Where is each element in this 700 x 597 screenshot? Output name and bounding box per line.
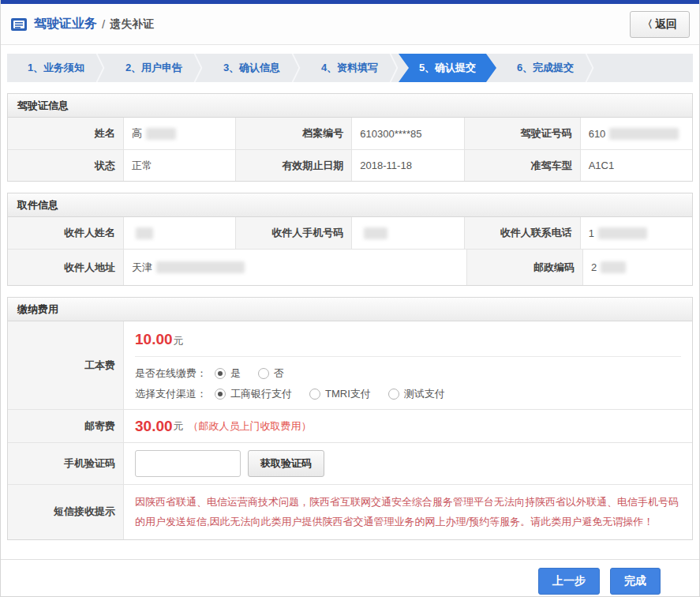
radio-icon[interactable] [258, 368, 269, 379]
table-row: 收件人地址 天津 邮政编码 2 [8, 249, 692, 285]
production-fee-amount-line: 10.00元 [135, 331, 681, 348]
file-number-label: 档案编号 [236, 118, 352, 149]
radio-channel-test-label: 测试支付 [404, 387, 445, 401]
production-fee-amount: 10.00 [135, 331, 173, 347]
payment-channel-question: 选择支付渠道： [135, 387, 207, 401]
recipient-name-value [124, 217, 236, 249]
radio-online-yes[interactable]: 是 [215, 366, 241, 381]
radio-icon[interactable] [215, 389, 226, 400]
step-separator-chevron [95, 54, 106, 82]
step-label: 2、用户申告 [125, 62, 182, 73]
sms-code-cell: 获取验证码 [124, 443, 692, 484]
sms-notice-label: 短信接收提示 [8, 485, 124, 539]
radio-channel-icbc[interactable]: 工商银行支付 [215, 387, 292, 401]
postcode-label: 邮政编码 [467, 250, 583, 285]
vehicle-class-value: A1C1 [581, 150, 692, 181]
expiry-value: 2018-11-18 [352, 150, 464, 181]
postage-fee-label: 邮寄费 [8, 410, 124, 442]
radio-online-yes-label: 是 [230, 366, 241, 381]
name-label: 姓名 [8, 118, 124, 149]
previous-step-button[interactable]: 上一步 [538, 568, 600, 595]
finish-button[interactable]: 完成 [610, 568, 661, 595]
license-number-value: 610 [581, 118, 692, 149]
pickup-info-panel: 取件信息 收件人姓名 收件人手机号码 收件人联系电话 1 收件人地址 天津 邮政… [7, 193, 693, 286]
step-label: 3、确认信息 [223, 62, 280, 73]
step-2-user-declaration[interactable]: 2、用户申告 [105, 54, 203, 82]
pickup-info-title: 取件信息 [8, 193, 692, 217]
postcode-value: 2 [583, 250, 692, 285]
sms-notice-row: 短信接收提示 因陕西省联通、电信运营商技术问题，陕西省互联网交通安全综合服务管理… [8, 484, 692, 539]
redacted-value [146, 128, 176, 140]
step-separator-chevron [388, 54, 399, 82]
table-row: 姓名 高 档案编号 610300****85 驾驶证号码 610 [8, 118, 692, 149]
postage-fee-row: 邮寄费 30.00元 （邮政人员上门收取费用） [8, 409, 692, 442]
redacted-value [156, 261, 245, 273]
file-number-value: 610300****85 [352, 118, 464, 149]
step-label: 1、业务须知 [28, 62, 84, 73]
expiry-label: 有效期止日期 [236, 150, 352, 181]
payment-panel: 缴纳费用 工本费 10.00元 是否在线缴费： 是 否 选择支付渠道： [7, 297, 693, 540]
redacted-value [601, 261, 626, 273]
step-6-finish-submit[interactable]: 6、完成提交 [496, 54, 594, 82]
breadcrumb-separator: / [102, 17, 105, 31]
recipient-phone-value: 1 [581, 217, 692, 249]
sms-code-label: 手机验证码 [8, 443, 124, 484]
page-title: 驾驶证业务 [34, 16, 97, 32]
production-fee-value: 10.00元 是否在线缴费： 是 否 选择支付渠道： 工商银行支付 [124, 321, 692, 409]
radio-channel-tmri-label: TMRI支付 [325, 387, 371, 401]
step-3-confirm-info[interactable]: 3、确认信息 [203, 54, 301, 82]
radio-icon[interactable] [215, 368, 226, 379]
document-list-icon [10, 17, 28, 32]
step-4-fill-data[interactable]: 4、资料填写 [301, 54, 399, 82]
recipient-mobile-label: 收件人手机号码 [236, 217, 352, 249]
sms-notice-text: 因陕西省联通、电信运营商技术问题，陕西省互联网交通安全综合服务管理平台无法向持陕… [124, 485, 692, 539]
step-1-business-notice[interactable]: 1、业务须知 [7, 54, 105, 82]
step-bar-filler [594, 54, 693, 82]
fee-divider [135, 356, 681, 357]
online-payment-question-line: 是否在线缴费： 是 否 [135, 366, 681, 381]
radio-channel-icbc-label: 工商银行支付 [230, 387, 292, 401]
license-number-label: 驾驶证号码 [465, 118, 581, 149]
step-separator-chevron [193, 54, 204, 82]
step-separator-chevron [290, 54, 301, 82]
redacted-value [136, 227, 153, 239]
get-sms-code-button[interactable]: 获取验证码 [248, 450, 324, 477]
production-fee-row: 工本费 10.00元 是否在线缴费： 是 否 选择支付渠道： [8, 321, 692, 409]
page-header: 驾驶证业务 / 遗失补证 〈 返回 [1, 4, 699, 45]
recipient-address-text: 天津 [132, 261, 152, 275]
step-label: 6、完成提交 [517, 62, 574, 73]
postage-fee-value: 30.00元 （邮政人员上门收取费用） [124, 410, 692, 442]
radio-channel-test[interactable]: 测试支付 [388, 387, 445, 401]
radio-icon[interactable] [309, 389, 320, 400]
name-value: 高 [124, 118, 236, 149]
back-button[interactable]: 〈 返回 [630, 11, 690, 38]
recipient-phone-text: 1 [589, 227, 594, 239]
sms-code-input[interactable] [135, 450, 241, 477]
step-label: 5、确认提交 [419, 62, 476, 73]
status-label: 状态 [8, 150, 124, 181]
breadcrumb-current: 遗失补证 [110, 17, 154, 32]
step-progress-bar: 1、业务须知 2、用户申告 3、确认信息 4、资料填写 5、确认提交 6、完成提… [7, 54, 693, 82]
redacted-value [598, 227, 647, 239]
postage-fee-amount: 30.00 [135, 418, 173, 435]
radio-online-no[interactable]: 否 [258, 366, 284, 381]
radio-online-no-label: 否 [274, 366, 284, 381]
sms-code-row: 手机验证码 获取验证码 [8, 442, 692, 484]
radio-channel-tmri[interactable]: TMRI支付 [309, 387, 371, 401]
table-row: 状态 正常 有效期止日期 2018-11-18 准驾车型 A1C1 [8, 149, 692, 181]
recipient-mobile-value [352, 217, 464, 249]
postage-fee-unit: 元 [174, 419, 184, 434]
production-fee-label: 工本费 [8, 321, 124, 409]
license-number-text: 610 [589, 128, 606, 140]
step-label: 4、资料填写 [321, 62, 378, 73]
online-payment-question: 是否在线缴费： [135, 366, 207, 381]
chevron-left-icon: 〈 [642, 17, 653, 32]
postcode-text: 2 [591, 261, 597, 273]
name-text: 高 [132, 126, 142, 141]
recipient-name-label: 收件人姓名 [8, 217, 124, 249]
step-5-confirm-submit[interactable]: 5、确认提交 [399, 54, 496, 82]
status-value: 正常 [124, 150, 236, 181]
radio-icon[interactable] [388, 389, 399, 400]
postage-fee-note: （邮政人员上门收取费用） [189, 419, 312, 434]
payment-channel-question-line: 选择支付渠道： 工商银行支付 TMRI支付 测试支付 [135, 387, 681, 401]
